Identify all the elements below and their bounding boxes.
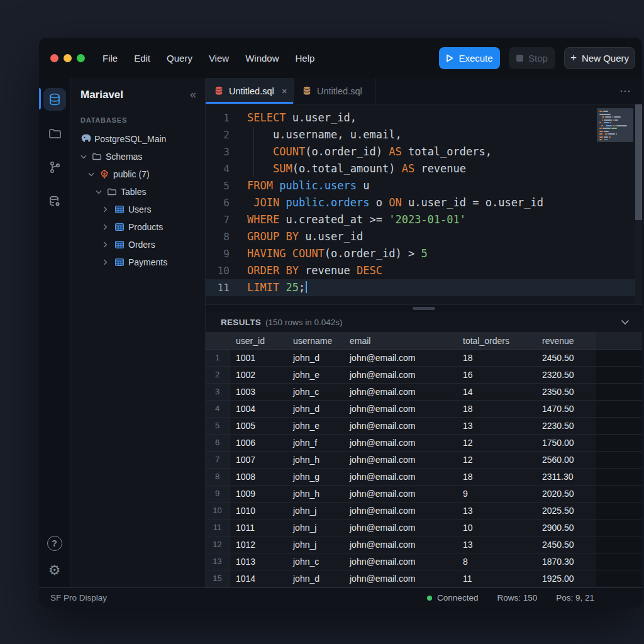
cell[interactable]: 1002 [230,367,287,383]
cell[interactable]: john_j [287,502,343,519]
column-header-user_id[interactable]: user_id [230,332,287,349]
menu-view[interactable]: View [209,53,229,64]
tree-item-users[interactable]: Users [70,201,205,218]
cell[interactable]: 1001 [230,350,287,366]
chevron-right-icon[interactable] [103,242,114,248]
cell[interactable]: 2350.50 [536,384,596,400]
zoom-window-button[interactable] [77,54,85,62]
collapse-results-button[interactable] [621,319,630,325]
cell[interactable]: john@email.com [343,418,457,434]
table-row[interactable]: 61006john_fjohn@email.com121750.00 [206,435,642,452]
cell[interactable]: 11 [457,570,536,587]
cell[interactable]: john_d [287,401,343,417]
cell[interactable]: 12 [457,452,536,468]
cell[interactable]: 16 [457,367,536,383]
cell[interactable]: 2560.00 [536,452,596,468]
cell[interactable]: 2450.50 [536,350,596,366]
cell[interactable]: 10 [457,519,536,536]
help-button[interactable]: ? [47,536,62,551]
column-header-username[interactable]: username [287,332,343,349]
cell[interactable]: john@email.com [343,519,457,536]
tree-item-tables[interactable]: Tables [70,183,205,201]
menu-file[interactable]: File [103,53,118,64]
menu-help[interactable]: Help [296,53,315,64]
cell[interactable]: 1008 [230,469,287,485]
cell[interactable]: john_e [287,367,343,383]
cell[interactable]: john@email.com [343,570,457,587]
cell[interactable]: 13 [457,418,536,434]
code-line-1[interactable]: 1SELECT u.user_id, [206,109,642,126]
tab-overflow-icon[interactable]: ⋯ [619,78,632,104]
chevron-down-icon[interactable] [88,172,99,177]
rail-db-settings-button[interactable] [43,190,66,213]
cell[interactable]: 18 [457,401,536,417]
new-query-button[interactable]: + New Query [564,47,635,69]
cell[interactable]: john_c [287,553,343,570]
cell[interactable]: john@email.com [343,452,457,468]
menu-edit[interactable]: Edit [134,53,150,64]
close-window-button[interactable] [50,54,58,62]
cell[interactable]: john_f [287,435,343,451]
sql-editor[interactable]: 1SELECT u.user_id,2 u.username, u.email,… [206,104,642,304]
cell[interactable]: 2230.50 [536,418,596,434]
table-row[interactable]: 11001john_djohn@email.com182450.50 [206,350,642,367]
cell[interactable]: 13 [457,502,536,519]
code-line-11[interactable]: 11LIMIT 25; [206,279,642,296]
cell[interactable]: 2450.50 [536,536,596,553]
column-header-total_orders[interactable]: total_orders [457,332,536,349]
cell[interactable]: 1010 [230,502,287,519]
cell[interactable]: 1470.50 [536,401,596,417]
code-line-3[interactable]: 3 COUNT(o.order_id) AS total_orders, [206,143,642,160]
cell[interactable]: john_d [287,570,343,587]
cell[interactable]: john@email.com [343,401,457,417]
cell[interactable]: john_e [287,418,343,434]
execute-button[interactable]: Execute [439,47,500,69]
cell[interactable]: 12 [457,435,536,451]
cell[interactable]: 1012 [230,536,287,553]
tree-item-products[interactable]: Products [70,218,205,236]
code-line-6[interactable]: 6 JOIN public.orders o ON u.user_id = o.… [206,194,642,211]
cell[interactable]: john@email.com [343,384,457,400]
cell[interactable]: john@email.com [343,502,457,519]
cell[interactable]: john@email.com [343,536,457,553]
cell[interactable]: john@email.com [343,435,457,451]
menu-window[interactable]: Window [245,53,279,64]
cell[interactable]: 1005 [230,418,287,434]
table-row[interactable]: 31003john_cjohn@email.com142350.50 [206,384,642,401]
cell[interactable]: 1925.00 [536,570,596,587]
cell[interactable]: 2900.50 [536,519,596,536]
chevron-right-icon[interactable] [103,259,114,265]
table-row[interactable]: 41004john_djohn@email.com181470.50 [206,401,642,418]
cell[interactable]: 13 [457,536,536,553]
table-row[interactable]: 131013john_cjohn@email.com81870.30 [206,553,642,570]
chevron-down-icon[interactable] [96,190,107,194]
cell[interactable]: john@email.com [343,367,457,383]
code-line-7[interactable]: 7WHERE u.created_at >= '2023-01-01' [206,211,642,228]
cell[interactable]: 1870.30 [536,553,596,570]
code-line-2[interactable]: 2 u.username, u.email, [206,126,642,143]
cell[interactable]: john_h [287,452,343,468]
tree-item-postgresql-main[interactable]: PostgreSQL_Main [70,130,205,148]
rail-databases-button[interactable] [43,88,66,111]
settings-button[interactable]: ⚙ [48,564,61,577]
stop-button[interactable]: Stop [509,47,555,69]
cell[interactable]: john_d [287,350,343,366]
table-row[interactable]: 91009john_hjohn@email.com92020.50 [206,486,642,502]
tree-item-schemas[interactable]: Schemas [70,148,205,165]
table-row[interactable]: 21002john_ejohn@email.com162320.50 [206,367,642,384]
cell[interactable]: 1014 [230,570,287,587]
rail-branches-button[interactable] [43,156,66,179]
cell[interactable]: 1007 [230,452,287,468]
table-row[interactable]: 121012john_jjohn@email.com132450.50 [206,536,642,553]
cell[interactable]: 14 [457,384,536,400]
code-line-9[interactable]: 9HAVING COUNT(o.order_id) > 5 [206,245,642,262]
cell[interactable]: john@email.com [343,553,457,570]
menu-query[interactable]: Query [167,53,192,64]
tree-item-public-7-[interactable]: public (7) [70,165,205,183]
cell[interactable]: 1011 [230,519,287,536]
cell[interactable]: john_j [287,519,343,536]
cell[interactable]: john@email.com [343,469,457,485]
cell[interactable]: 1004 [230,401,287,417]
table-row[interactable]: 111011john_jjohn@email.com102900.50 [206,519,642,536]
rail-files-button[interactable] [43,122,66,145]
